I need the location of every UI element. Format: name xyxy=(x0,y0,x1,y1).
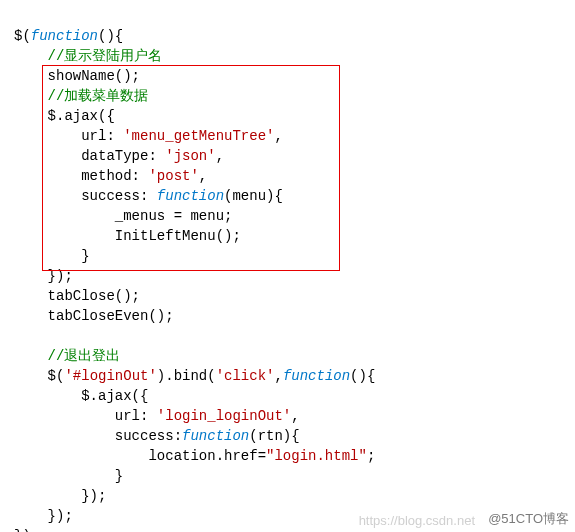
code-line-26: }) xyxy=(14,528,31,532)
code-line-21: success:function(rtn){ xyxy=(14,428,300,444)
code-line-7: dataType: 'json', xyxy=(14,148,224,164)
watermark-url: https://blog.csdn.net xyxy=(359,513,475,528)
code-snippet: $(function(){ //显示登陆用户名 showName(); //加载… xyxy=(0,0,575,532)
code-line-12: } xyxy=(14,248,90,264)
code-line-3: showName(); xyxy=(14,68,140,84)
code-line-18: $('#loginOut').bind('click',function(){ xyxy=(14,368,375,384)
code-line-23: } xyxy=(14,468,123,484)
code-line-20: url: 'login_loginOut', xyxy=(14,408,300,424)
code-line-15: tabCloseEven(); xyxy=(14,308,174,324)
code-line-17: //退出登出 xyxy=(14,348,120,364)
code-line-25: }); xyxy=(14,508,73,524)
code-line-1: $(function(){ xyxy=(14,28,123,44)
code-line-5: $.ajax({ xyxy=(14,108,115,124)
code-line-13: }); xyxy=(14,268,73,284)
code-line-11: InitLeftMenu(); xyxy=(14,228,241,244)
code-line-9: success: function(menu){ xyxy=(14,188,283,204)
code-line-24: }); xyxy=(14,488,106,504)
code-line-14: tabClose(); xyxy=(14,288,140,304)
code-line-6: url: 'menu_getMenuTree', xyxy=(14,128,283,144)
code-line-10: _menus = menu; xyxy=(14,208,232,224)
code-line-2: //显示登陆用户名 xyxy=(14,48,162,64)
code-line-19: $.ajax({ xyxy=(14,388,148,404)
watermark-brand: @51CTO博客 xyxy=(488,510,569,528)
code-line-4: //加载菜单数据 xyxy=(14,88,148,104)
code-line-22: location.href="login.html"; xyxy=(14,448,375,464)
code-line-8: method: 'post', xyxy=(14,168,207,184)
